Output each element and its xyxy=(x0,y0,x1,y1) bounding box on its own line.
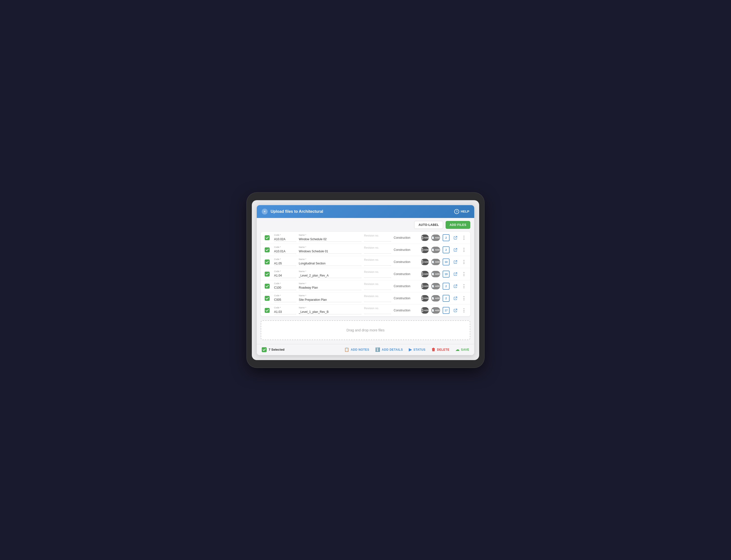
row-checkbox[interactable] xyxy=(265,272,270,277)
info-add-button[interactable]: i ADD xyxy=(421,295,429,302)
row-checkbox[interactable] xyxy=(265,308,270,313)
auto-label-button[interactable]: AUTO-LABEL xyxy=(414,221,443,229)
attach-add-button[interactable]: 📄 ADD xyxy=(431,259,440,265)
external-link-button[interactable] xyxy=(452,271,459,278)
more-options-button[interactable]: ⋮ xyxy=(461,296,466,301)
attach-icon: 📄 xyxy=(431,261,434,263)
attach-add-button[interactable]: 📄 ADD xyxy=(431,247,440,253)
attach-icon: 📄 xyxy=(431,237,434,239)
count-badge[interactable]: 2 xyxy=(443,246,450,253)
revision-col: Revision no. xyxy=(364,258,391,266)
code-input[interactable] xyxy=(274,262,296,266)
more-options-button[interactable]: ⋮ xyxy=(461,247,466,253)
attach-icon: 📄 xyxy=(431,297,434,300)
row-checkbox[interactable] xyxy=(265,235,270,240)
status-col: Construction xyxy=(394,272,418,276)
row-checkbox[interactable] xyxy=(265,259,270,264)
info-add-button[interactable]: i ADD xyxy=(421,283,429,289)
external-link-button[interactable] xyxy=(452,283,459,290)
code-label: Code * xyxy=(274,234,296,236)
modal-header: × Upload files to Architectural ? HELP xyxy=(257,205,474,218)
external-link-button[interactable] xyxy=(452,258,459,265)
external-link-button[interactable] xyxy=(452,307,459,314)
name-input[interactable] xyxy=(299,274,362,278)
file-row: Code * Name * Revision no. Construction … xyxy=(261,292,470,304)
count-badge[interactable]: 19 xyxy=(443,271,450,278)
more-options-button[interactable]: ⋮ xyxy=(461,308,466,313)
name-input[interactable] xyxy=(299,310,362,314)
more-options-button[interactable]: ⋮ xyxy=(461,283,466,289)
code-input[interactable] xyxy=(274,250,296,254)
status-button[interactable]: ▶ STATUS xyxy=(409,347,426,352)
attach-add-button[interactable]: 📄 ADD xyxy=(431,235,440,241)
name-input[interactable] xyxy=(299,250,362,254)
status-col: Construction xyxy=(394,284,418,288)
attach-icon: 📄 xyxy=(431,309,434,312)
attach-icon: 📄 xyxy=(431,285,434,287)
external-link-button[interactable] xyxy=(452,246,459,253)
revision-line xyxy=(364,250,391,254)
external-link-button[interactable] xyxy=(452,295,459,302)
revision-label: Revision no. xyxy=(364,307,391,310)
name-col: Name * xyxy=(299,282,362,290)
file-row: Code * Name * Revision no. Construction … xyxy=(261,304,470,316)
attach-add-button[interactable]: 📄 ADD xyxy=(431,295,440,302)
upload-modal: × Upload files to Architectural ? HELP A… xyxy=(257,205,474,355)
file-row: Code * Name * Revision no. Construction … xyxy=(261,232,470,244)
drop-zone[interactable]: Drag and drop more files xyxy=(261,320,470,340)
row-checkbox[interactable] xyxy=(265,284,270,289)
row-checkbox[interactable] xyxy=(265,247,270,252)
count-badge[interactable]: 10 xyxy=(443,258,450,265)
attach-add-button[interactable]: 📄 ADD xyxy=(431,307,440,314)
code-input[interactable] xyxy=(274,274,296,278)
close-button[interactable]: × xyxy=(262,209,268,215)
row-checkbox-col xyxy=(265,235,272,240)
revision-label: Revision no. xyxy=(364,258,391,261)
revision-label: Revision no. xyxy=(364,246,391,249)
row-checkbox[interactable] xyxy=(265,296,270,301)
revision-line xyxy=(364,262,391,266)
info-add-button[interactable]: i ADD xyxy=(421,247,429,253)
count-badge[interactable]: 2 xyxy=(443,234,450,241)
info-icon: i xyxy=(421,248,423,252)
code-input[interactable] xyxy=(274,310,296,314)
info-add-button[interactable]: i ADD xyxy=(421,235,429,241)
add-files-button[interactable]: ADD FILES xyxy=(446,221,470,229)
name-input[interactable] xyxy=(299,262,362,266)
count-badge[interactable]: 2 xyxy=(443,283,450,290)
name-input[interactable] xyxy=(299,298,362,302)
add-notes-icon: 📋 xyxy=(344,347,349,352)
name-col: Name * xyxy=(299,306,362,314)
code-input[interactable] xyxy=(274,298,296,302)
more-options-button[interactable]: ⋮ xyxy=(461,271,466,277)
selected-count-label: 7 Selected xyxy=(262,347,284,352)
code-input[interactable] xyxy=(274,237,296,242)
more-options-button[interactable]: ⋮ xyxy=(461,235,466,240)
attach-add-button[interactable]: 📄 ADD xyxy=(431,271,440,277)
delete-button[interactable]: 🗑 DELETE xyxy=(431,347,450,352)
info-add-button[interactable]: i ADD xyxy=(421,307,429,314)
name-input[interactable] xyxy=(299,237,362,242)
info-add-button[interactable]: i ADD xyxy=(421,259,429,265)
row-checkbox-col xyxy=(265,259,272,264)
select-all-checkbox[interactable] xyxy=(262,347,267,352)
revision-col: Revision no. xyxy=(364,295,391,302)
count-badge[interactable]: 17 xyxy=(443,307,450,314)
external-link-button[interactable] xyxy=(452,234,459,241)
save-button[interactable]: ☁ SAVE xyxy=(455,347,469,352)
code-col: Code * xyxy=(274,306,296,314)
count-badge[interactable]: 2 xyxy=(443,295,450,302)
status-value: Construction xyxy=(394,297,410,300)
info-add-button[interactable]: i ADD xyxy=(421,271,429,277)
status-value: Construction xyxy=(394,272,410,276)
revision-col: Revision no. xyxy=(364,234,391,241)
add-details-button[interactable]: ℹ️ ADD DETAILS xyxy=(375,347,403,352)
attach-add-button[interactable]: 📄 ADD xyxy=(431,283,440,289)
code-input[interactable] xyxy=(274,286,296,290)
add-notes-button[interactable]: 📋 ADD NOTES xyxy=(344,347,369,352)
name-input[interactable] xyxy=(299,286,362,290)
name-label-field: Name * xyxy=(299,270,362,273)
help-button[interactable]: ? HELP xyxy=(454,209,469,214)
revision-label: Revision no. xyxy=(364,295,391,298)
more-options-button[interactable]: ⋮ xyxy=(461,259,466,265)
